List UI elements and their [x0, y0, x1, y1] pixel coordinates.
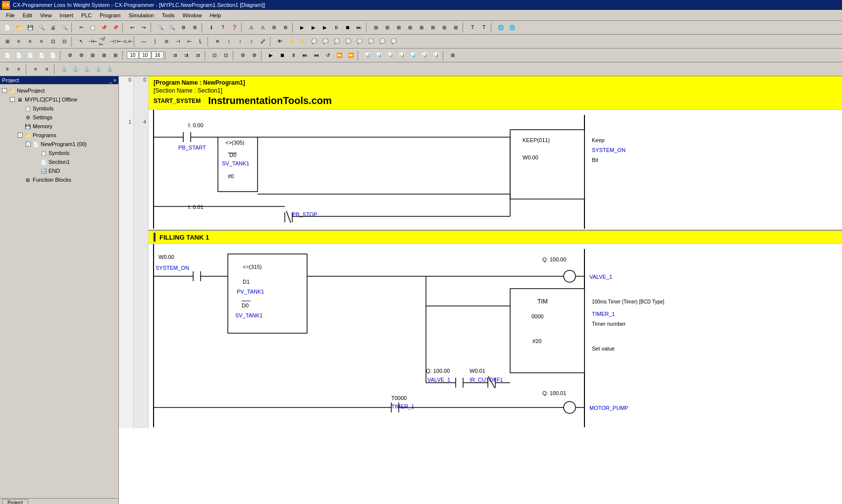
- menu-plc[interactable]: PLC: [77, 11, 96, 19]
- tb-run3[interactable]: ▶: [319, 22, 330, 33]
- tb3-b4[interactable]: 📄: [36, 50, 47, 61]
- tb2-insert-rung[interactable]: ↕: [223, 36, 234, 47]
- tb-t1[interactable]: T: [467, 22, 478, 33]
- tb-redo[interactable]: ↪: [138, 22, 149, 33]
- tb4-b3[interactable]: ≡: [30, 64, 41, 75]
- tb-run4[interactable]: ⏸: [331, 22, 342, 33]
- tb3-step[interactable]: ⚙: [237, 50, 248, 61]
- tb3-b9[interactable]: ⊞: [99, 50, 109, 61]
- tb2-monitor[interactable]: 👁: [274, 36, 285, 47]
- tb4-b5[interactable]: ⚓: [58, 64, 69, 75]
- tb-t2[interactable]: T: [478, 22, 489, 33]
- tb3-faster[interactable]: ⏩: [345, 50, 356, 61]
- tb3-reset[interactable]: ↺: [322, 50, 333, 61]
- tree-programs[interactable]: - 📁 Programs: [2, 131, 116, 140]
- tb3-graph6[interactable]: 📊: [419, 50, 430, 61]
- tb2-b1[interactable]: ≡: [13, 36, 24, 47]
- expand-programs[interactable]: -: [18, 133, 23, 138]
- tb3-num2[interactable]: 10: [139, 51, 151, 59]
- tb-paste2[interactable]: 📌: [110, 22, 121, 33]
- tb-cut[interactable]: ✂: [76, 22, 87, 33]
- tb2-io-comment[interactable]: 💬: [309, 36, 319, 47]
- tb-online2[interactable]: 🌐: [507, 22, 518, 33]
- tb2-coil1[interactable]: ⊣: [172, 36, 183, 47]
- tb3-b10[interactable]: ⊞: [110, 50, 121, 61]
- tb-io4[interactable]: ⊞: [405, 22, 416, 33]
- menu-simulation[interactable]: Simulation: [124, 11, 158, 19]
- tb3-step-back[interactable]: ⏮: [311, 50, 322, 61]
- tb2-b4[interactable]: ⊡: [48, 36, 58, 47]
- menu-tools[interactable]: Tools: [158, 11, 179, 19]
- tb3-graph2[interactable]: 📊: [373, 50, 384, 61]
- tb3-transfer[interactable]: ⊡: [209, 50, 220, 61]
- panel-close[interactable]: ×: [113, 77, 116, 83]
- panel-minimize[interactable]: _: [109, 77, 112, 83]
- tb-zoom[interactable]: 🔍: [59, 22, 70, 33]
- tb2-b6[interactable]: ↕: [246, 36, 257, 47]
- menu-edit[interactable]: Edit: [19, 11, 36, 19]
- tb-run1[interactable]: ▶: [297, 22, 308, 33]
- tb3-compile[interactable]: ⇉: [169, 50, 180, 61]
- menu-window[interactable]: Window: [179, 11, 206, 19]
- tb3-b6[interactable]: ⚙: [64, 50, 75, 61]
- tb-warn4[interactable]: ⚙: [280, 22, 291, 33]
- tb-b1[interactable]: ⚙: [178, 22, 189, 33]
- tb3-num1[interactable]: 10: [127, 51, 139, 59]
- tb-info[interactable]: ℹ: [206, 22, 217, 33]
- tb2-io-comment3[interactable]: 💬: [331, 36, 342, 47]
- tb-paste[interactable]: 📌: [99, 22, 109, 33]
- tb2-io-comment7[interactable]: 💬: [377, 36, 388, 47]
- tree-function-blocks[interactable]: ⊞ Function Blocks: [2, 175, 116, 184]
- tb2-b2[interactable]: ≡: [25, 36, 36, 47]
- tree-newproject[interactable]: - 📁 NewProject: [2, 86, 116, 95]
- tb-io6[interactable]: ⊞: [427, 22, 438, 33]
- tb3-b1[interactable]: 📄: [2, 50, 13, 61]
- tb2-not[interactable]: ⊘: [161, 36, 172, 47]
- tb3-compile2[interactable]: ⇉: [181, 50, 192, 61]
- tb-help[interactable]: ?: [217, 22, 228, 33]
- tb-print[interactable]: 🖨: [48, 22, 58, 33]
- tb3-b3[interactable]: 📄: [25, 50, 36, 61]
- tb3-step2[interactable]: ⚙: [249, 50, 260, 61]
- tb-open[interactable]: 📂: [13, 22, 24, 33]
- tree-settings[interactable]: ⚙ Settings: [2, 113, 116, 122]
- tb3-play[interactable]: ▶: [265, 50, 276, 61]
- tb3-b2[interactable]: 📄: [13, 50, 24, 61]
- tb2-io-comment2[interactable]: 💬: [320, 36, 331, 47]
- expand-myplc[interactable]: -: [10, 97, 15, 102]
- tb-copy[interactable]: 📋: [87, 22, 98, 33]
- tb2-coil2[interactable]: ⊢: [184, 36, 195, 47]
- tb-find[interactable]: 🔍: [155, 22, 166, 33]
- tb3-fast[interactable]: ⏩: [334, 50, 345, 61]
- tb-io3[interactable]: ⊞: [393, 22, 404, 33]
- tb-io1[interactable]: ⊞: [370, 22, 381, 33]
- tb2-contact4[interactable]: ⊣↓⊢: [121, 36, 132, 47]
- expand-newprogram1[interactable]: -: [26, 142, 31, 147]
- tree-symbols[interactable]: 📋 Symbols: [2, 104, 116, 113]
- tb2-contact1[interactable]: ⊣⊢: [87, 36, 98, 47]
- tb-run2[interactable]: ▶: [308, 22, 319, 33]
- expand-newproject[interactable]: -: [2, 88, 7, 93]
- tb2-io-comment6[interactable]: 💬: [366, 36, 376, 47]
- tb-warn2[interactable]: ⚠: [257, 22, 268, 33]
- tree-myplc[interactable]: - 🖥 MYPLC[CP1L] Offline: [2, 95, 116, 104]
- tb2-wire-h[interactable]: —: [138, 36, 149, 47]
- tb-io7[interactable]: ⊞: [439, 22, 450, 33]
- tb2-cursor[interactable]: ↖: [76, 36, 87, 47]
- tb-warn[interactable]: ⚠: [246, 22, 257, 33]
- tb2-b3[interactable]: ≡: [36, 36, 47, 47]
- tb3-compile3[interactable]: ⇉: [192, 50, 203, 61]
- tb2-io-comment8[interactable]: 💬: [388, 36, 399, 47]
- tb2-io-comment5[interactable]: 💬: [354, 36, 365, 47]
- menu-file[interactable]: File: [2, 11, 19, 19]
- tb2-delete-rung[interactable]: ↕: [235, 36, 246, 47]
- tb2-b7[interactable]: 🖉: [258, 36, 268, 47]
- tb3-transfer2[interactable]: ⊡: [220, 50, 231, 61]
- tb3-stop[interactable]: ⏹: [277, 50, 288, 61]
- menu-help[interactable]: Help: [206, 11, 225, 19]
- project-tab-btn[interactable]: Project: [2, 499, 28, 504]
- tb3-step-fwd[interactable]: ⏭: [300, 50, 311, 61]
- tb4-b7[interactable]: ⚓: [81, 64, 92, 75]
- tb3-misc1[interactable]: ⊞: [447, 50, 458, 61]
- tb4-b4[interactable]: ≡: [42, 64, 53, 75]
